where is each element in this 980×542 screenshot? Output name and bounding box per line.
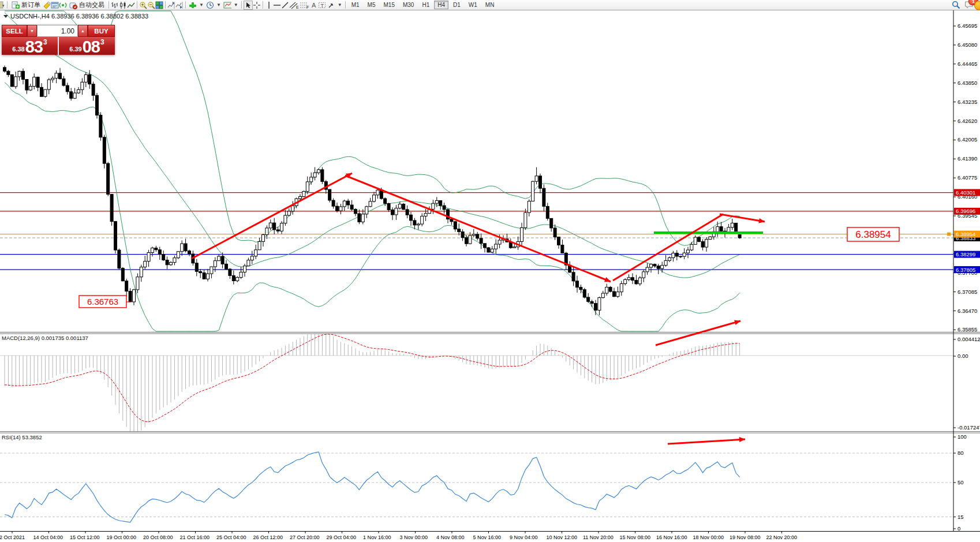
chart-shift-icon[interactable] bbox=[167, 1, 175, 9]
time-label: 22 Nov 20:00 bbox=[766, 534, 798, 540]
svg-text:6.37805: 6.37805 bbox=[956, 267, 975, 273]
time-label: 25 Oct 04:00 bbox=[216, 534, 246, 540]
signal-icon[interactable] bbox=[59, 1, 67, 9]
trade-controls-row: SELL ▼ 1.00 ▲ BUY bbox=[2, 25, 115, 37]
svg-text:▾: ▾ bbox=[2, 3, 5, 8]
line-chart-icon[interactable] bbox=[127, 1, 135, 9]
bar-chart-icon[interactable] bbox=[111, 1, 119, 9]
crosshair-tool-icon[interactable] bbox=[253, 1, 261, 9]
svg-text:6.38954: 6.38954 bbox=[956, 231, 975, 237]
zoom-in-icon[interactable] bbox=[139, 1, 147, 9]
text-tool-icon[interactable]: A bbox=[310, 1, 318, 9]
candlestick-chart-icon[interactable] bbox=[119, 1, 127, 9]
buy-price-display[interactable]: 6.39 08 3 bbox=[59, 37, 115, 55]
svg-text:6.35855: 6.35855 bbox=[957, 326, 977, 332]
sell-price-big: 83 bbox=[25, 39, 43, 54]
timeframe-d1[interactable]: D1 bbox=[450, 1, 464, 9]
timeframe-h1[interactable]: H1 bbox=[418, 1, 433, 9]
add-indicator-icon bbox=[189, 1, 197, 9]
svg-text:50: 50 bbox=[957, 479, 964, 485]
separator bbox=[263, 1, 263, 9]
profiles-icon[interactable] bbox=[51, 1, 59, 9]
time-label: 18 Nov 00:00 bbox=[693, 534, 724, 540]
time-label: 3 Nov 00:00 bbox=[400, 534, 428, 540]
price-level-lines bbox=[0, 193, 953, 270]
new-order-button[interactable]: 新订单 bbox=[9, 1, 43, 9]
add-indicator-dropdown[interactable]: ▼ bbox=[188, 1, 205, 9]
timeframe-m1[interactable]: M1 bbox=[348, 1, 363, 9]
template-dropdown[interactable]: ▼ bbox=[222, 1, 240, 9]
mt4-terminal: { "toolbar": { "new_order_label": "新订单",… bbox=[0, 0, 980, 542]
autotrade-label: 自动交易 bbox=[79, 1, 104, 9]
timeframe-m5[interactable]: M5 bbox=[364, 1, 379, 9]
time-label: 11 Nov 20:00 bbox=[583, 534, 614, 540]
arrow-shapes-icon bbox=[327, 1, 335, 9]
time-label: 15 Oct 12:00 bbox=[70, 534, 100, 540]
fibonacci-tool-icon[interactable]: F bbox=[300, 1, 310, 9]
channel-letter: E bbox=[296, 5, 299, 9]
time-label: 16 Nov 16:00 bbox=[656, 534, 687, 540]
notifications-button[interactable]: 1 bbox=[964, 1, 974, 10]
channel-tool-icon[interactable]: E bbox=[289, 1, 300, 9]
time-label: 27 Oct 20:00 bbox=[290, 534, 320, 540]
symbol-marker-icon bbox=[3, 15, 8, 18]
buy-button[interactable]: BUY bbox=[88, 25, 115, 37]
timeframe-m30[interactable]: M30 bbox=[399, 1, 417, 9]
timeframe-m15[interactable]: M15 bbox=[380, 1, 398, 9]
svg-text:6.40775: 6.40775 bbox=[957, 174, 977, 181]
search-icon[interactable] bbox=[952, 1, 960, 9]
separator bbox=[7, 1, 8, 9]
time-label: 5 Nov 16:00 bbox=[473, 534, 502, 540]
time-label: 26 Oct 12:00 bbox=[253, 534, 283, 540]
trade-prices-row: 6.38 83 3 6.39 08 3 bbox=[2, 37, 115, 55]
time-label: 29 Oct 04:00 bbox=[327, 534, 357, 540]
timeframe-mn[interactable]: MN bbox=[482, 1, 498, 9]
vertical-line-tool-icon[interactable] bbox=[265, 1, 273, 9]
volume-input[interactable]: 1.00 bbox=[37, 25, 78, 37]
zoom-out-icon[interactable] bbox=[147, 1, 155, 9]
svg-text:-0.017247: -0.017247 bbox=[957, 424, 980, 431]
autotrade-button[interactable]: 自动交易 bbox=[67, 1, 107, 9]
svg-text:6.40301: 6.40301 bbox=[956, 189, 975, 196]
toolbar: ▾ 新订单 自动交易 bbox=[0, 0, 980, 10]
time-axis: 12 Oct 202114 Oct 04:0015 Oct 12:0019 Oc… bbox=[0, 533, 980, 542]
time-label: 9 Nov 04:00 bbox=[510, 534, 538, 540]
buy-price-big: 08 bbox=[83, 39, 100, 54]
separator bbox=[345, 1, 346, 9]
trendline-tool-icon[interactable] bbox=[281, 1, 289, 9]
new-order-label: 新订单 bbox=[21, 1, 40, 9]
macd-header: MACD(12,26,9) 0.001735 0.001137 bbox=[2, 335, 88, 341]
separator bbox=[185, 1, 186, 9]
rsi-panel bbox=[0, 452, 953, 522]
chevron-down-icon: ▼ bbox=[216, 2, 221, 8]
time-label: 14 Oct 04:00 bbox=[33, 534, 63, 540]
svg-text:6.43850: 6.43850 bbox=[957, 80, 977, 86]
timeframe-h4[interactable]: H4 bbox=[434, 1, 448, 9]
time-label: 19 Nov 08:00 bbox=[730, 534, 761, 540]
sell-price-pip: 3 bbox=[43, 38, 47, 46]
sell-price-display[interactable]: 6.38 83 3 bbox=[2, 37, 58, 55]
chevron-down-icon: ▼ bbox=[199, 2, 204, 8]
label-tool-icon[interactable]: T bbox=[318, 1, 326, 9]
chart-canvas[interactable]: 6.456956.450806.444656.438506.432356.426… bbox=[0, 0, 980, 542]
timeframe-w1[interactable]: W1 bbox=[465, 1, 481, 9]
arrows-dropdown[interactable]: ▼ bbox=[326, 1, 343, 9]
volume-increase-button[interactable]: ▲ bbox=[78, 25, 88, 37]
period-dropdown[interactable]: ▼ bbox=[205, 1, 222, 9]
tile-windows-icon[interactable] bbox=[155, 1, 163, 9]
symbol-ohlc-text: USDCNH-,H4 6.38936 6.38936 6.38802 6.388… bbox=[10, 13, 148, 20]
fibo-letter: F bbox=[306, 5, 309, 9]
horizontal-line-tool-icon[interactable] bbox=[273, 1, 281, 9]
candles-layer bbox=[3, 66, 742, 316]
autoscroll-icon[interactable] bbox=[175, 1, 184, 9]
svg-text:80: 80 bbox=[957, 450, 964, 456]
rsi-header: RSI(14) 53.3852 bbox=[2, 434, 42, 440]
timeframe-group: M1M5M15M30H1H4D1W1MN bbox=[347, 1, 499, 9]
styler-icon[interactable] bbox=[43, 1, 51, 9]
time-label: 21 Oct 16:00 bbox=[180, 534, 210, 540]
sell-button[interactable]: SELL bbox=[2, 25, 27, 37]
volume-decrease-button[interactable]: ▼ bbox=[27, 25, 37, 37]
svg-text:6.45695: 6.45695 bbox=[957, 23, 977, 29]
cursor-tool-icon[interactable] bbox=[244, 1, 253, 10]
svg-text:0.004412: 0.004412 bbox=[957, 336, 980, 342]
